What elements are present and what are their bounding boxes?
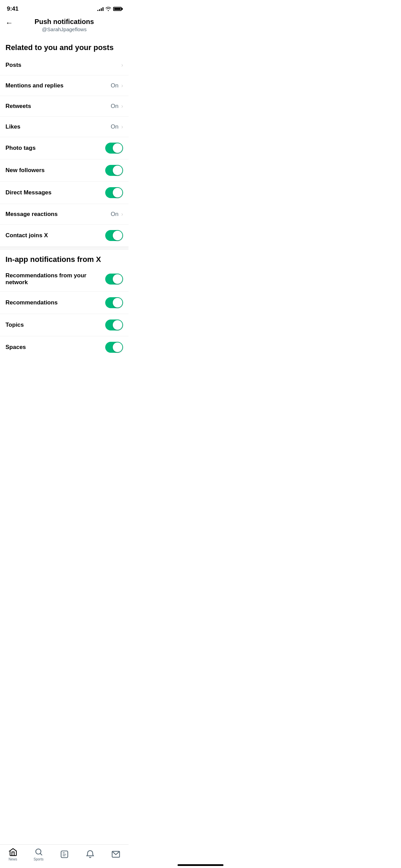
- settings-label-new-followers: New followers: [5, 167, 105, 174]
- settings-item-photo-tags[interactable]: Photo tags: [0, 137, 129, 159]
- settings-right-retweets: On ›: [111, 103, 123, 110]
- toggle-spaces[interactable]: [105, 342, 123, 353]
- settings-label-recommendations-network: Recommendations from your network: [5, 272, 105, 286]
- toggle-knob-contact-joins: [113, 231, 122, 240]
- back-button[interactable]: ←: [5, 19, 13, 27]
- settings-item-mentions[interactable]: Mentions and replies On ›: [0, 75, 129, 96]
- toggle-direct-messages[interactable]: [105, 187, 123, 198]
- settings-item-posts[interactable]: Posts ›: [0, 55, 129, 75]
- settings-right-mentions: On ›: [111, 82, 123, 89]
- settings-item-recommendations[interactable]: Recommendations: [0, 292, 129, 314]
- signal-bars-icon: [97, 7, 104, 11]
- chevron-icon-retweets: ›: [121, 103, 123, 109]
- toggle-contact-joins[interactable]: [105, 230, 123, 241]
- toggle-knob-recommendations-network: [113, 274, 122, 284]
- settings-item-recommendations-network[interactable]: Recommendations from your network: [0, 267, 129, 292]
- settings-label-mentions: Mentions and replies: [5, 82, 111, 89]
- toggle-new-followers[interactable]: [105, 165, 123, 176]
- settings-item-likes[interactable]: Likes On ›: [0, 117, 129, 137]
- toggle-knob-recommendations: [113, 298, 122, 308]
- settings-right-message-reactions: On ›: [111, 211, 123, 218]
- settings-value-retweets: On: [111, 103, 119, 110]
- toggle-knob-spaces: [113, 342, 122, 352]
- settings-label-direct-messages: Direct Messages: [5, 189, 105, 196]
- settings-label-topics: Topics: [5, 322, 105, 328]
- status-icons: [97, 7, 122, 11]
- toggle-recommendations[interactable]: [105, 297, 123, 308]
- section-header-related: Related to you and your posts: [0, 38, 129, 55]
- toggle-knob-new-followers: [113, 166, 122, 175]
- page-header: ← Push notifications @SarahJpageflows: [0, 15, 129, 38]
- section-header-inapp: In-app notifications from X: [0, 250, 129, 267]
- chevron-icon-message-reactions: ›: [121, 211, 123, 217]
- settings-label-contact-joins: Contact joins X: [5, 232, 105, 239]
- settings-label-recommendations: Recommendations: [5, 299, 105, 306]
- status-bar: 9:41: [0, 0, 129, 15]
- settings-item-retweets[interactable]: Retweets On ›: [0, 96, 129, 117]
- settings-value-mentions: On: [111, 82, 119, 89]
- battery-icon: [113, 7, 122, 11]
- status-time: 9:41: [7, 5, 19, 12]
- settings-value-likes: On: [111, 123, 119, 130]
- toggle-recommendations-network[interactable]: [105, 274, 123, 285]
- page-title: Push notifications: [35, 18, 94, 26]
- settings-label-photo-tags: Photo tags: [5, 145, 105, 152]
- toggle-knob-photo-tags: [113, 143, 122, 153]
- settings-value-message-reactions: On: [111, 211, 119, 218]
- account-subtitle: @SarahJpageflows: [42, 26, 86, 32]
- settings-label-message-reactions: Message reactions: [5, 211, 111, 218]
- settings-item-topics[interactable]: Topics: [0, 314, 129, 336]
- settings-label-retweets: Retweets: [5, 103, 111, 110]
- settings-label-likes: Likes: [5, 123, 111, 130]
- toggle-knob-topics: [113, 320, 122, 330]
- section-divider: [0, 247, 129, 250]
- wifi-icon: [106, 7, 111, 11]
- settings-item-direct-messages[interactable]: Direct Messages: [0, 182, 129, 204]
- chevron-icon-posts: ›: [121, 62, 123, 68]
- toggle-knob-direct-messages: [113, 188, 122, 197]
- settings-item-message-reactions[interactable]: Message reactions On ›: [0, 204, 129, 225]
- settings-right-posts: ›: [121, 62, 123, 68]
- settings-right-likes: On ›: [111, 123, 123, 130]
- settings-item-new-followers[interactable]: New followers: [0, 159, 129, 182]
- settings-item-spaces[interactable]: Spaces: [0, 336, 129, 358]
- chevron-icon-likes: ›: [121, 124, 123, 130]
- toggle-photo-tags[interactable]: [105, 143, 123, 154]
- settings-label-posts: Posts: [5, 62, 121, 69]
- settings-content: Related to you and your posts Posts › Me…: [0, 38, 129, 393]
- settings-label-spaces: Spaces: [5, 344, 105, 351]
- toggle-topics[interactable]: [105, 320, 123, 330]
- settings-item-contact-joins[interactable]: Contact joins X: [0, 225, 129, 247]
- chevron-icon-mentions: ›: [121, 83, 123, 89]
